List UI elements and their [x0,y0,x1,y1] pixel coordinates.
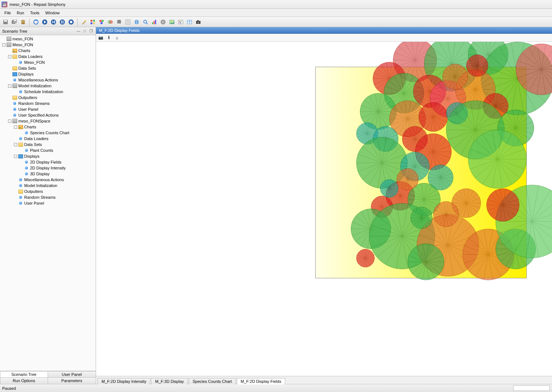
palette-icon[interactable] [177,18,185,26]
svg-point-47 [181,21,182,22]
venn-icon[interactable] [106,18,114,26]
tree-node[interactable]: 2D Display Intensity [0,165,96,171]
tree-node[interactable]: Outputters [0,188,96,194]
table-icon[interactable] [185,18,194,26]
left-panel: Scenario Tree — □ ❐ meso_FON-Meso_FONCha… [0,27,96,384]
magnify-icon[interactable] [141,18,150,26]
info-icon[interactable]: ℹ [106,34,112,41]
tree-label: Plant Counts [30,148,53,153]
wand-icon[interactable] [80,18,88,26]
reset-icon[interactable] [32,18,40,26]
tree-label: 3D Display [30,172,49,176]
camera-icon[interactable]: 📷 [97,34,104,41]
tree-label: Species Counts Chart [30,131,69,135]
agent-wheel [466,55,488,77]
step-icon[interactable] [49,18,58,26]
chart-icon[interactable] [150,18,158,26]
camera-icon[interactable] [194,18,202,26]
panel-tab-run-options[interactable]: Run Options [0,377,48,384]
tree-node[interactable]: User Specified Actions [0,112,96,118]
svg-rect-39 [154,21,155,24]
tree-label: Meso_FON [24,60,45,65]
tree-node[interactable]: Miscellaneous Actions [0,177,96,183]
tree-toggle[interactable]: - [8,55,11,58]
tree-node[interactable]: Miscellaneous Actions [0,77,96,83]
minimize-icon[interactable]: — [76,29,81,34]
play-icon[interactable] [41,18,49,26]
tree-node[interactable]: -Data Loaders [0,54,96,59]
tree-node[interactable]: User Panel [0,106,96,112]
scenario-tree[interactable]: meso_FON-Meso_FONCharts-Data LoadersMeso… [0,35,96,371]
svg-rect-11 [54,21,55,23]
menubar: FileRunToolsWindow [0,9,552,17]
db-icon[interactable] [19,18,27,26]
bullet-icon [18,89,23,94]
panel-tab-scenario-tree[interactable]: Scenario Tree [0,371,48,378]
agent-wheel [516,44,552,95]
people-icon[interactable] [97,18,106,26]
tree-node[interactable]: Model Initialization [0,183,96,188]
grid4-icon[interactable] [89,18,97,26]
tree-node[interactable]: Meso_FON [0,59,96,65]
tree-node[interactable]: -Charts [0,124,96,130]
tree-toggle [14,61,17,64]
tree-toggle[interactable]: - [8,120,11,123]
tree-node[interactable]: Random Streams [0,194,96,200]
tree-toggle[interactable]: - [14,125,17,129]
menu-tools[interactable]: Tools [27,10,43,16]
menu-window[interactable]: Window [43,10,63,16]
home-icon[interactable]: ⌂ [114,34,120,41]
tree-node[interactable]: meso_FON [0,36,96,42]
tree-node[interactable]: Data Sets [0,65,96,71]
svg-rect-20 [91,22,92,24]
display-panel: M_F:2D Display Fields 📷 ℹ ⌂ M_F:2D Displ… [96,27,552,384]
list-icon[interactable] [124,18,132,26]
canvas-area[interactable] [96,42,552,376]
agent-wheel [468,130,527,188]
tree-node[interactable]: -Meso_FON [0,42,96,48]
save-all-icon[interactable] [10,18,18,26]
bullet-icon [18,201,23,206]
restore-icon[interactable]: ❐ [88,29,93,34]
tree-node[interactable]: 2D Display Fields [0,159,96,165]
tree-toggle[interactable]: - [8,84,11,88]
tree-node[interactable]: 3D Display [0,171,96,177]
tree-node[interactable]: Charts [0,48,96,54]
bullet-icon [18,60,23,65]
tree-node[interactable]: Species Counts Chart [0,130,96,136]
tree-node[interactable]: -Model Initialization [0,83,96,89]
save-icon[interactable] [1,18,10,26]
view-tab[interactable]: M_F:2D Display Fields [237,378,286,384]
image-icon[interactable] [168,18,176,26]
globe-icon[interactable] [133,18,141,26]
tree-toggle[interactable]: - [14,143,17,146]
db2-icon[interactable] [115,18,123,26]
tree-node[interactable]: -Displays [0,153,96,159]
view-tab[interactable]: Species Counts Chart [189,378,236,384]
tree-node[interactable]: Plant Counts [0,147,96,153]
tree-node[interactable]: -meso_FONSpace [0,118,96,124]
maximize-icon[interactable]: □ [82,29,87,34]
panel-tab-parameters[interactable]: Parameters [48,377,96,384]
tree-node[interactable]: Displays [0,71,96,77]
pause-icon[interactable] [58,18,66,26]
view-tab[interactable]: M_F:3D Display [151,378,188,384]
tree-node[interactable]: Outputters [0,95,96,100]
tree-label: Data Loaders [24,136,48,141]
view-tab[interactable]: M_F:2D Display Intensity [97,378,150,384]
tree-label: meso_FONSpace [18,119,50,123]
menu-run[interactable]: Run [14,10,27,16]
folder-icon [18,142,23,147]
tree-node[interactable]: User Panel [0,200,96,206]
bullet-icon [18,136,23,141]
tree-node[interactable]: Data Loaders [0,136,96,142]
tree-node[interactable]: Schedule Initialization [0,89,96,95]
tree-node[interactable]: Random Streams [0,100,96,106]
stop-icon[interactable] [67,18,75,26]
tree-node[interactable]: -Data Sets [0,142,96,147]
panel-tab-user-panel[interactable]: User Panel [48,371,96,378]
gear-icon[interactable] [159,18,167,26]
menu-file[interactable]: File [1,10,14,16]
tree-toggle[interactable]: - [14,155,17,158]
tree-toggle[interactable]: - [2,43,5,47]
